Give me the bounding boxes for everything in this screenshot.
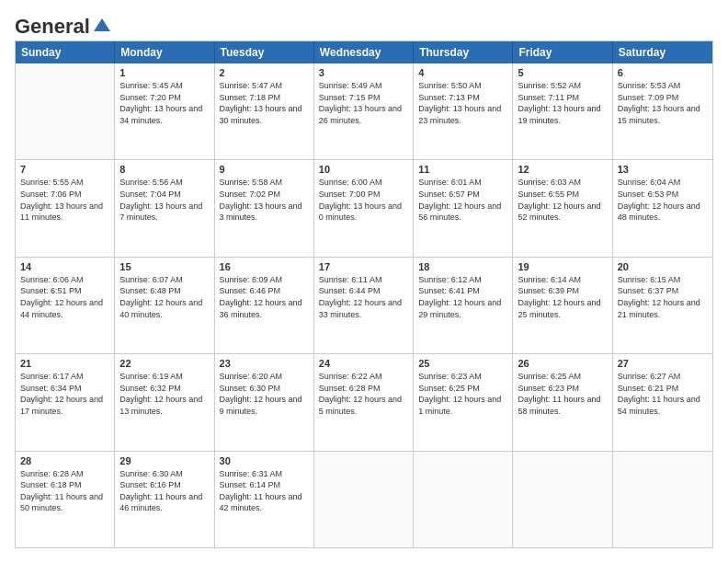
weekday-header-monday: Monday	[115, 41, 214, 63]
cal-row-0: 1Sunrise: 5:45 AMSunset: 7:20 PMDaylight…	[16, 63, 712, 159]
day-info: Sunrise: 5:55 AMSunset: 7:06 PMDaylight:…	[20, 177, 109, 223]
day-number: 8	[119, 164, 209, 175]
cal-cell: 21Sunrise: 6:17 AMSunset: 6:34 PMDayligh…	[16, 354, 115, 450]
cal-cell: 11Sunrise: 6:01 AMSunset: 6:57 PMDayligh…	[414, 160, 513, 256]
day-info: Sunrise: 6:07 AMSunset: 6:48 PMDaylight:…	[119, 274, 209, 320]
weekday-header-friday: Friday	[513, 41, 612, 63]
day-info: Sunrise: 5:53 AMSunset: 7:09 PMDaylight:…	[618, 80, 708, 126]
day-info: Sunrise: 6:00 AMSunset: 7:00 PMDaylight:…	[319, 177, 408, 223]
cal-cell: 29Sunrise: 6:30 AMSunset: 6:16 PMDayligh…	[115, 452, 214, 547]
day-info: Sunrise: 5:58 AMSunset: 7:02 PMDaylight:…	[220, 177, 309, 223]
cal-row-4: 28Sunrise: 6:28 AMSunset: 6:18 PMDayligh…	[16, 451, 712, 547]
cal-cell: 27Sunrise: 6:27 AMSunset: 6:21 PMDayligh…	[613, 354, 712, 450]
day-number: 15	[119, 261, 209, 272]
day-number: 11	[418, 164, 507, 175]
weekday-header-wednesday: Wednesday	[314, 41, 414, 63]
day-number: 24	[319, 358, 408, 369]
cal-cell: 20Sunrise: 6:15 AMSunset: 6:37 PMDayligh…	[613, 258, 712, 353]
weekday-header-sunday: Sunday	[16, 41, 115, 63]
day-info: Sunrise: 6:11 AMSunset: 6:44 PMDaylight:…	[319, 274, 408, 320]
cal-cell: 8Sunrise: 5:56 AMSunset: 7:04 PMDaylight…	[115, 160, 214, 256]
cal-cell: 1Sunrise: 5:45 AMSunset: 7:20 PMDaylight…	[115, 63, 214, 159]
cal-cell: 15Sunrise: 6:07 AMSunset: 6:48 PMDayligh…	[115, 258, 214, 353]
svg-marker-0	[94, 18, 110, 31]
day-number: 23	[220, 358, 309, 369]
day-number: 4	[418, 67, 507, 78]
page: General SundayMondayTuesdayWednesdayThur…	[0, 0, 728, 563]
cal-cell	[513, 452, 612, 547]
day-number: 19	[518, 261, 607, 272]
day-number: 7	[20, 164, 109, 175]
day-info: Sunrise: 6:31 AMSunset: 6:14 PMDaylight:…	[220, 468, 309, 514]
cal-cell: 14Sunrise: 6:06 AMSunset: 6:51 PMDayligh…	[16, 258, 115, 353]
day-number: 10	[319, 164, 408, 175]
cal-cell: 30Sunrise: 6:31 AMSunset: 6:14 PMDayligh…	[215, 452, 314, 547]
day-number: 9	[220, 164, 309, 175]
day-info: Sunrise: 5:45 AMSunset: 7:20 PMDaylight:…	[119, 80, 209, 126]
logo: General	[15, 15, 112, 31]
day-number: 27	[618, 358, 708, 369]
weekday-header-thursday: Thursday	[414, 41, 513, 63]
cal-cell: 17Sunrise: 6:11 AMSunset: 6:44 PMDayligh…	[314, 258, 414, 353]
day-number: 18	[418, 261, 507, 272]
cal-cell: 24Sunrise: 6:22 AMSunset: 6:28 PMDayligh…	[314, 354, 414, 450]
cal-cell: 28Sunrise: 6:28 AMSunset: 6:18 PMDayligh…	[16, 452, 115, 547]
cal-cell	[16, 63, 115, 159]
day-info: Sunrise: 6:25 AMSunset: 6:23 PMDaylight:…	[518, 371, 607, 417]
cal-cell: 4Sunrise: 5:50 AMSunset: 7:13 PMDaylight…	[414, 63, 513, 159]
day-info: Sunrise: 6:15 AMSunset: 6:37 PMDaylight:…	[618, 274, 708, 320]
header: General	[15, 15, 713, 31]
day-number: 5	[518, 67, 607, 78]
cal-cell	[314, 452, 414, 547]
day-info: Sunrise: 6:04 AMSunset: 6:53 PMDaylight:…	[618, 177, 708, 223]
day-info: Sunrise: 6:19 AMSunset: 6:32 PMDaylight:…	[119, 371, 209, 417]
day-number: 26	[518, 358, 607, 369]
weekday-header-tuesday: Tuesday	[215, 41, 314, 63]
day-number: 30	[220, 455, 309, 466]
cal-cell: 3Sunrise: 5:49 AMSunset: 7:15 PMDaylight…	[314, 63, 414, 159]
day-number: 12	[518, 164, 607, 175]
cal-cell: 18Sunrise: 6:12 AMSunset: 6:41 PMDayligh…	[414, 258, 513, 353]
day-info: Sunrise: 5:56 AMSunset: 7:04 PMDaylight:…	[119, 177, 209, 223]
day-info: Sunrise: 5:49 AMSunset: 7:15 PMDaylight:…	[319, 80, 408, 126]
logo-icon	[92, 17, 112, 33]
day-info: Sunrise: 6:17 AMSunset: 6:34 PMDaylight:…	[20, 371, 109, 417]
cal-cell: 9Sunrise: 5:58 AMSunset: 7:02 PMDaylight…	[215, 160, 314, 256]
day-info: Sunrise: 6:23 AMSunset: 6:25 PMDaylight:…	[418, 371, 507, 417]
cal-cell	[414, 452, 513, 547]
cal-cell: 13Sunrise: 6:04 AMSunset: 6:53 PMDayligh…	[613, 160, 712, 256]
day-info: Sunrise: 6:27 AMSunset: 6:21 PMDaylight:…	[618, 371, 708, 417]
day-number: 20	[618, 261, 708, 272]
day-number: 25	[418, 358, 507, 369]
day-info: Sunrise: 5:52 AMSunset: 7:11 PMDaylight:…	[518, 80, 607, 126]
day-info: Sunrise: 6:30 AMSunset: 6:16 PMDaylight:…	[119, 468, 209, 514]
day-number: 14	[20, 261, 109, 272]
cal-cell: 2Sunrise: 5:47 AMSunset: 7:18 PMDaylight…	[215, 63, 314, 159]
weekday-header-saturday: Saturday	[613, 41, 712, 63]
calendar: SundayMondayTuesdayWednesdayThursdayFrid…	[15, 40, 713, 548]
cal-cell	[613, 452, 712, 547]
calendar-body: 1Sunrise: 5:45 AMSunset: 7:20 PMDaylight…	[16, 63, 712, 547]
cal-cell: 12Sunrise: 6:03 AMSunset: 6:55 PMDayligh…	[513, 160, 612, 256]
cal-row-3: 21Sunrise: 6:17 AMSunset: 6:34 PMDayligh…	[16, 353, 712, 450]
day-number: 28	[20, 455, 109, 466]
cal-cell: 26Sunrise: 6:25 AMSunset: 6:23 PMDayligh…	[513, 354, 612, 450]
day-number: 3	[319, 67, 408, 78]
day-number: 2	[220, 67, 309, 78]
cal-row-2: 14Sunrise: 6:06 AMSunset: 6:51 PMDayligh…	[16, 257, 712, 353]
day-info: Sunrise: 6:14 AMSunset: 6:39 PMDaylight:…	[518, 274, 607, 320]
cal-cell: 10Sunrise: 6:00 AMSunset: 7:00 PMDayligh…	[314, 160, 414, 256]
cal-cell: 25Sunrise: 6:23 AMSunset: 6:25 PMDayligh…	[414, 354, 513, 450]
day-number: 17	[319, 261, 408, 272]
day-info: Sunrise: 6:22 AMSunset: 6:28 PMDaylight:…	[319, 371, 408, 417]
cal-row-1: 7Sunrise: 5:55 AMSunset: 7:06 PMDaylight…	[16, 159, 712, 256]
day-info: Sunrise: 6:12 AMSunset: 6:41 PMDaylight:…	[418, 274, 507, 320]
calendar-header: SundayMondayTuesdayWednesdayThursdayFrid…	[16, 41, 712, 63]
cal-cell: 7Sunrise: 5:55 AMSunset: 7:06 PMDaylight…	[16, 160, 115, 256]
day-info: Sunrise: 6:01 AMSunset: 6:57 PMDaylight:…	[418, 177, 507, 223]
cal-cell: 6Sunrise: 5:53 AMSunset: 7:09 PMDaylight…	[613, 63, 712, 159]
day-info: Sunrise: 6:06 AMSunset: 6:51 PMDaylight:…	[20, 274, 109, 320]
cal-cell: 22Sunrise: 6:19 AMSunset: 6:32 PMDayligh…	[115, 354, 214, 450]
day-number: 6	[618, 67, 708, 78]
day-number: 21	[20, 358, 109, 369]
